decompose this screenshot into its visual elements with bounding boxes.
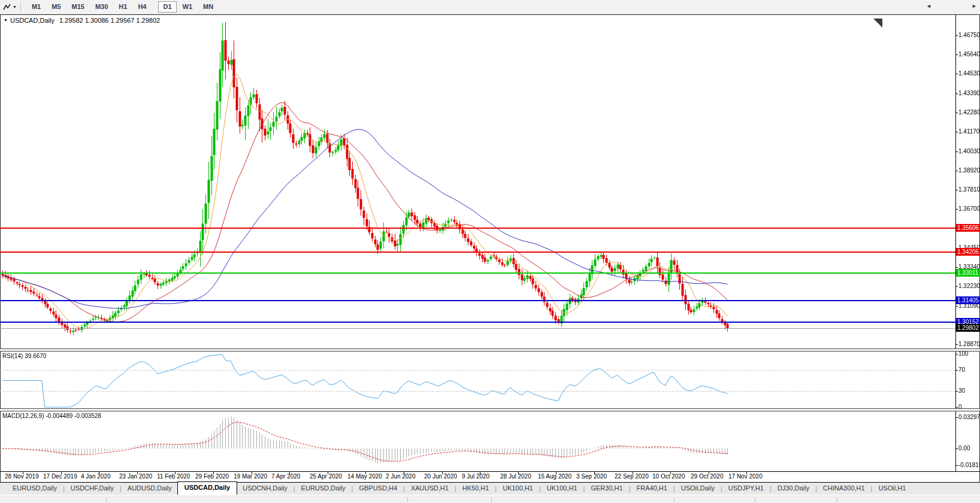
macd-tick — [955, 449, 958, 449]
date-tick — [137, 472, 138, 474]
timeframe-m1[interactable]: M1 — [27, 1, 46, 13]
date-label: 23 Jan 2020 — [119, 473, 152, 480]
tab-xauusd-h1[interactable]: XAUUSD,H1 — [406, 483, 454, 495]
rsi-indicator-label: RSI(14) 39.6670 — [2, 353, 46, 359]
date-tick — [556, 472, 556, 474]
chart-title: ▼USDCAD,Daily1.29582 1.30086 1.29567 1.2… — [4, 17, 162, 24]
timeframe-w1[interactable]: W1 — [178, 1, 198, 13]
tab-uk100-h1[interactable]: UK100,H1 — [542, 483, 583, 495]
price-level-badge: 1.33011 — [956, 269, 980, 277]
date-label: 14 May 2020 — [347, 473, 382, 480]
tab-usdcnh-daily[interactable]: USDCNH,Daily — [237, 483, 293, 495]
tab-scroll-left-icon[interactable]: ◄ — [926, 3, 931, 9]
macd-tick — [955, 417, 958, 418]
date-tick — [289, 472, 290, 474]
timeframe-buttons: M1M5M15M30H1H4D1W1MN — [26, 1, 225, 13]
tab-usdchf-daily[interactable]: USDCHF,Daily — [65, 483, 119, 495]
price-tick-label: 1.32230 — [958, 283, 980, 289]
time-axis-line[interactable] — [0, 471, 980, 472]
status-divider — [491, 497, 492, 502]
date-label: 10 Oct 2020 — [652, 473, 685, 480]
timeframe-d1[interactable]: D1 — [158, 1, 176, 13]
timeframe-m30[interactable]: M30 — [90, 1, 113, 13]
tab-usoil-h1[interactable]: USOil,H1 — [873, 483, 911, 495]
price-tick-label: 1.43390 — [958, 90, 980, 96]
date-tick — [213, 472, 214, 474]
date-label: 11 Feb 2020 — [157, 473, 190, 480]
price-tick-label: 1.41170 — [958, 128, 979, 135]
status-divider — [106, 497, 107, 502]
tab-uk100-h1[interactable]: UK100,H1 — [497, 483, 539, 495]
price-tick-label: 1.40030 — [958, 148, 980, 154]
date-tick — [365, 472, 366, 474]
price-tick — [955, 54, 958, 55]
timeframe-m5[interactable]: M5 — [47, 1, 65, 13]
rsi-tick — [955, 391, 958, 392]
timeframe-mn[interactable]: MN — [198, 1, 218, 13]
date-label: 22 Sep 2020 — [615, 473, 649, 480]
price-tick-label: 1.36700 — [958, 205, 980, 212]
tab-scroll-right-icon[interactable]: ► — [972, 3, 977, 9]
main-chart-canvas[interactable] — [1, 15, 955, 349]
tab-fra40-h1[interactable]: FRA40,H1 — [631, 483, 673, 495]
price-tick-label: 1.37810 — [958, 186, 980, 193]
date-label: 2 Jun 2020 — [386, 473, 416, 480]
horizontal-level-line[interactable] — [0, 228, 955, 229]
toolbar-grip — [20, 2, 23, 11]
status-divider — [837, 497, 837, 502]
date-label: 29 Feb 2020 — [195, 473, 229, 480]
date-label: 20 Jun 2020 — [424, 473, 457, 480]
price-tick — [955, 151, 958, 152]
date-label: 28 Nov 2019 — [5, 473, 39, 480]
date-tick — [594, 472, 595, 474]
price-tick — [955, 267, 958, 268]
tab-gbpusd-h4[interactable]: GBPUSD,H4 — [353, 483, 403, 495]
tab-china300-h1[interactable]: CHINA300,H1 — [818, 483, 870, 495]
tab-usoil-daily[interactable]: USOil,Daily — [676, 483, 720, 495]
tab-audusd-daily[interactable]: AUDUSD,Daily — [122, 483, 177, 495]
rsi-tick — [955, 370, 958, 371]
rsi-tick — [955, 407, 958, 408]
price-tick-label: 1.46750 — [958, 32, 980, 38]
price-tick — [955, 132, 958, 132]
horizontal-level-line[interactable] — [0, 322, 955, 323]
horizontal-level-line[interactable] — [0, 272, 955, 274]
timeframe-m15[interactable]: M15 — [67, 1, 89, 13]
symbol-dropdown-icon[interactable]: ▼ — [4, 18, 8, 22]
timeframe-h1[interactable]: H1 — [114, 1, 132, 13]
tab-usdjpy-h1[interactable]: USDJPY,H1 — [723, 483, 769, 495]
dropdown-caret-icon[interactable]: ▼ — [13, 5, 17, 9]
price-level-badge: 1.31405 — [956, 296, 980, 304]
rsi-panel-canvas[interactable] — [1, 352, 955, 409]
rsi-level-line — [0, 391, 955, 392]
tab-eurusd-daily[interactable]: EURUSD,Daily — [7, 483, 62, 495]
tab-ger30-h1[interactable]: GER30,H1 — [585, 483, 628, 495]
tab-hk50-h1[interactable]: HK50,H1 — [457, 483, 495, 495]
chart-tabs-bar: EURUSD,Daily|USDCHF,Daily|AUDUSD,DailyUS… — [0, 482, 980, 495]
tab-dj30-daily[interactable]: DJ30,Daily — [772, 483, 815, 495]
price-axis-line[interactable] — [955, 14, 956, 471]
horizontal-level-line[interactable] — [0, 328, 955, 329]
chart-shift-marker-icon[interactable] — [873, 19, 882, 28]
date-label: 25 Apr 2020 — [310, 473, 342, 480]
status-strip — [0, 495, 980, 503]
chart-cursor-icon[interactable] — [2, 3, 11, 11]
horizontal-level-line[interactable] — [0, 300, 955, 301]
horizontal-level-line[interactable] — [0, 252, 955, 253]
price-tick — [955, 35, 958, 36]
panel-separator[interactable] — [0, 408, 980, 411]
price-tick — [955, 171, 958, 171]
price-tick-label: 1.44530 — [958, 70, 980, 77]
price-tick — [955, 93, 958, 94]
date-label: 17 Nov 2020 — [728, 473, 763, 480]
tab-usdcad-daily[interactable]: USDCAD,Daily — [177, 481, 237, 495]
status-divider — [407, 497, 408, 502]
rsi-level-line — [0, 370, 955, 371]
panel-separator[interactable] — [0, 349, 980, 352]
date-label: 4 Jan 2020 — [81, 473, 111, 480]
status-divider — [674, 497, 674, 502]
tab-eurusd-daily[interactable]: EURUSD,Daily — [296, 483, 351, 495]
timeframe-h4[interactable]: H4 — [133, 1, 151, 13]
macd-panel-canvas[interactable] — [1, 411, 955, 471]
chart-symbol-label: USDCAD,Daily — [10, 17, 55, 24]
